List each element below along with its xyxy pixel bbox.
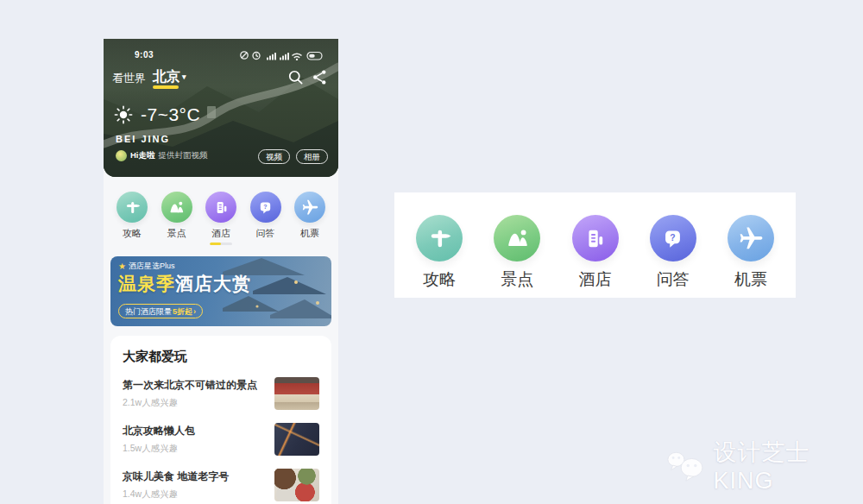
chevron-right-icon: ›: [193, 306, 196, 317]
mountain-photo-icon: [161, 192, 192, 223]
status-time: 9:03: [135, 50, 154, 60]
city-selector[interactable]: 北京▾: [153, 68, 186, 86]
share-icon[interactable]: [312, 69, 328, 85]
banner-cta-pill[interactable]: 热门酒店限量5折起›: [118, 304, 203, 318]
plane-icon: [728, 215, 774, 261]
plane-icon: [294, 192, 325, 223]
status-bar: 9:03: [104, 50, 338, 60]
banner-badge-label: 酒店星选Plus: [129, 261, 175, 272]
list-item[interactable]: 北京攻略懒人包 1.5w人感兴趣: [123, 416, 319, 462]
question-bubble-icon: ?: [650, 215, 696, 261]
search-icon[interactable]: [287, 69, 304, 85]
popular-section: 大家都爱玩 第一次来北京不可错过的景点 2.1w人感兴趣 北京攻略懒人包 1.5…: [110, 336, 331, 504]
signal-icon: [267, 53, 276, 60]
nav-item-scenic-large[interactable]: 景点: [491, 215, 543, 298]
icon-detail-panel: 攻略 景点 酒店 ? 问答 机票: [394, 192, 796, 298]
temperature: -7~3°C: [141, 104, 200, 125]
nav-item-hotel-large[interactable]: 酒店: [570, 215, 621, 298]
list-item-title: 第一次来北京不可错过的景点: [123, 379, 266, 392]
nav-item-flight[interactable]: 机票: [292, 192, 328, 240]
list-item[interactable]: 京味儿美食 地道老字号 1.4w人感兴趣: [123, 462, 319, 504]
city-english-name: BEI JING: [116, 134, 170, 144]
nav-page-indicator: [210, 243, 232, 245]
nav-item-qa-large[interactable]: ? 问答: [647, 215, 699, 298]
signpost-icon: [117, 192, 148, 223]
video-button[interactable]: 视频: [258, 149, 290, 164]
hotel-building-icon: [572, 215, 619, 261]
svg-text:?: ?: [671, 232, 676, 242]
svg-text:?: ?: [263, 204, 267, 210]
album-button[interactable]: 相册: [296, 149, 328, 164]
hero-header: 看世界 北京▾: [112, 67, 328, 88]
quick-nav-row: 攻略 景点 酒店 ? 问答 机票: [114, 192, 328, 240]
nav-item-guide[interactable]: 攻略: [114, 192, 150, 240]
nav-item-flight-large[interactable]: 机票: [725, 215, 777, 298]
list-item-thumbnail: [274, 423, 319, 456]
banner-pill-highlight: 5折起: [173, 306, 192, 317]
list-item-meta: 1.5w人感兴趣: [123, 443, 266, 455]
nav-item-qa[interactable]: ? 问答: [248, 192, 284, 240]
avatar: [116, 150, 127, 161]
list-item-meta: 2.1w人感兴趣: [123, 397, 266, 409]
chevron-down-icon: ▾: [182, 72, 186, 81]
question-bubble-icon: ?: [250, 192, 281, 223]
nav-item-guide-large[interactable]: 攻略: [413, 215, 465, 298]
banner-title: 温泉季酒店大赏: [118, 272, 251, 296]
nav-item-hotel[interactable]: 酒店: [203, 192, 239, 240]
signal-icon-2: [280, 53, 289, 60]
weather: -7~3°C: [114, 104, 200, 125]
list-item[interactable]: 第一次来北京不可错过的景点 2.1w人感兴趣: [123, 370, 319, 416]
city-tab-underline: [153, 85, 179, 89]
list-item-thumbnail: [274, 469, 319, 501]
section-title: 大家都爱玩: [123, 349, 319, 365]
credit-provider: Hi走啦: [130, 150, 155, 161]
list-item-thumbnail: [274, 377, 319, 410]
hotel-building-icon: [205, 192, 236, 223]
wifi-icon: [293, 54, 302, 60]
nav-item-scenic[interactable]: 景点: [159, 192, 195, 240]
cover-credit: Hi走啦 提供封面视频: [116, 150, 208, 161]
list-item-title: 北京攻略懒人包: [123, 425, 266, 438]
phone-screenshot: 9:03: [104, 39, 338, 504]
signpost-icon: [416, 215, 463, 261]
credit-note: 提供封面视频: [159, 150, 208, 161]
battery-icon: [307, 53, 322, 60]
watermark: 设计芝士KING: [666, 437, 863, 495]
star-icon: ★: [118, 261, 126, 271]
banner-badge: ★ 酒店星选Plus: [118, 261, 174, 272]
nav-page-indicator-active: [210, 243, 221, 245]
hero-cover: 9:03: [104, 39, 338, 177]
wechat-logo-icon: [666, 448, 709, 484]
promo-banner[interactable]: ★ 酒店星选Plus 温泉季酒店大赏 热门酒店限量5折起›: [110, 256, 331, 326]
list-item-meta: 1.4w人感兴趣: [123, 488, 266, 501]
banner-title-rest: 酒店大赏: [175, 274, 251, 293]
mountain-photo-icon: [494, 215, 540, 261]
watermark-text: 设计芝士KING: [714, 437, 863, 495]
tab-see-world[interactable]: 看世界: [112, 71, 146, 86]
status-icons: [239, 50, 325, 60]
banner-pill-text: 热门酒店限量: [125, 306, 172, 317]
list-item-title: 京味儿美食 地道老字号: [123, 470, 266, 483]
banner-title-highlight: 温泉季: [118, 274, 175, 293]
sun-icon: [114, 105, 133, 124]
